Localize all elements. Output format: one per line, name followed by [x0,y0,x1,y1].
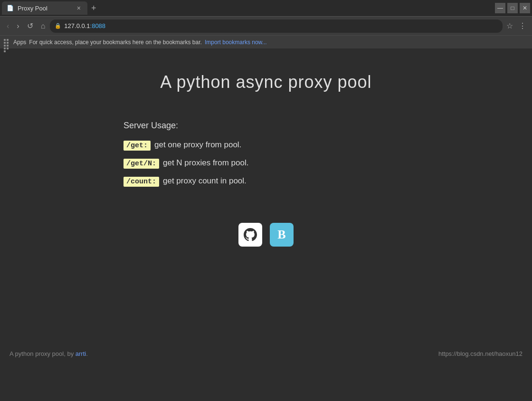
usage-item-getn: /get/N: get N proxies from pool. [124,158,408,169]
usage-heading: Server Usage: [124,121,408,131]
usage-code-get: /get: [124,141,151,151]
back-button[interactable]: ‹ [4,20,12,32]
browser-tab[interactable]: 📄 Proxy Pool × [2,1,87,15]
footer-left: A python proxy pool, by arrti. [10,350,88,357]
address-bar[interactable]: 🔒 127.0.0.1:8088 [50,19,503,33]
bootstrap-icon: B [277,228,285,242]
apps-grid-icon [4,39,10,46]
bootstrap-link-button[interactable]: B [270,223,294,247]
github-link-button[interactable] [238,223,262,247]
usage-desc-getn: get N proxies from pool. [163,158,248,168]
new-tab-button[interactable]: + [87,3,100,13]
footer-right: https://blog.csdn.net/haoxun12 [438,350,522,357]
window-maximize-button[interactable]: □ [507,3,518,13]
browser-toolbar: ‹ › ↺ ⌂ 🔒 127.0.0.1:8088 ☆ ⋮ [0,16,532,35]
reload-button[interactable]: ↺ [24,19,36,32]
window-close-button[interactable]: ✕ [520,3,530,13]
usage-section: Server Usage: /get: get one proxy from p… [124,121,408,194]
address-security-icon: 🔒 [55,23,61,29]
address-text: 127.0.0.1:8088 [64,22,498,29]
footer-left-text: A python proxy pool, by [10,350,76,357]
import-bookmarks-link[interactable]: Import bookmarks now... [205,39,267,46]
usage-desc-get: get one proxy from pool. [154,140,241,150]
window-minimize-button[interactable]: — [495,3,505,13]
window-controls: — □ ✕ [495,3,530,13]
toolbar-icons: ☆ ⋮ [504,19,528,32]
forward-button[interactable]: › [14,20,22,32]
page-title: A python async proxy pool [160,72,371,92]
footer-period: . [86,350,88,357]
tab-title: Proxy Pool [18,5,48,12]
tab-close-button[interactable]: × [75,3,83,13]
usage-item-count: /count: get proxy count in pool. [124,176,408,187]
icon-row: B [238,223,294,247]
home-button[interactable]: ⌂ [38,20,48,32]
page-footer: A python proxy pool, by arrti. https://b… [10,345,522,362]
apps-label[interactable]: Apps [13,39,26,46]
usage-code-getn: /get/N: [124,159,159,169]
menu-button[interactable]: ⋮ [517,19,528,32]
browser-frame: 📄 Proxy Pool × + — □ ✕ ‹ › ↺ ⌂ 🔒 127.0.0… [0,0,532,48]
usage-desc-count: get proxy count in pool. [163,176,247,186]
usage-code-count: /count: [124,177,159,187]
bookmarks-bar: Apps For quick access, place your bookma… [0,35,532,48]
address-port: :8088 [90,22,106,29]
github-icon [244,228,257,241]
usage-item-get: /get: get one proxy from pool. [124,140,408,151]
bookmark-star-button[interactable]: ☆ [504,19,515,32]
title-bar: 📄 Proxy Pool × + — □ ✕ [0,0,532,16]
footer-author-link[interactable]: arrti [76,350,86,357]
address-protocol: 127.0.0.1 [64,22,90,29]
tab-icon: 📄 [7,5,14,11]
bookmarks-message: For quick access, place your bookmarks h… [29,39,202,46]
page-content: A python async proxy pool Server Usage: … [0,48,532,372]
